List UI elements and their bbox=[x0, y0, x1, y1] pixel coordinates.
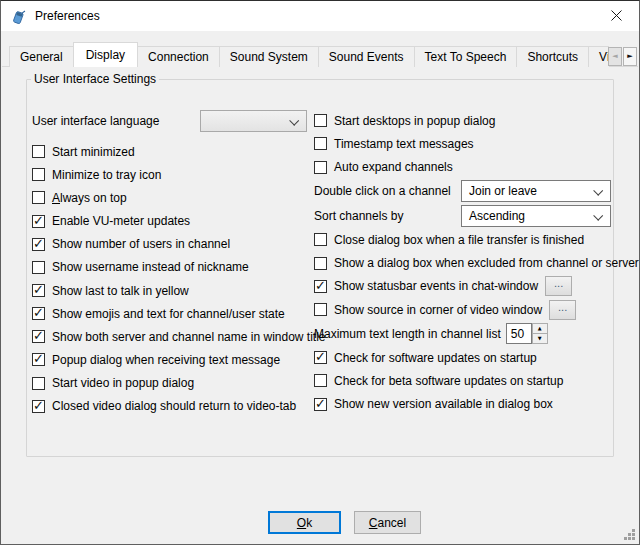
spin-down-button[interactable]: ▼ bbox=[532, 333, 548, 344]
combo-label: Double click on a channel bbox=[314, 184, 461, 198]
checkbox-row-closed-video-dialog-should-return-to-video-tab[interactable]: ✓Closed video dialog should return to vi… bbox=[32, 395, 313, 418]
checkbox-label: Closed video dialog should return to vid… bbox=[52, 399, 296, 413]
checkbox-label: Always on top bbox=[52, 191, 127, 205]
resize-grip[interactable] bbox=[623, 528, 636, 541]
checkbox[interactable]: ✓ bbox=[32, 215, 45, 228]
checkbox-row-show-both-server-and-channel-name-in-window-title[interactable]: ✓Show both server and channel name in wi… bbox=[32, 325, 313, 348]
close-icon bbox=[611, 10, 622, 21]
checkbox-label: Show last to talk in yellow bbox=[52, 284, 189, 298]
checkbox-row-enable-vu-meter-updates[interactable]: ✓Enable VU-meter updates bbox=[32, 209, 313, 232]
checkbox[interactable]: ✓ bbox=[314, 280, 327, 293]
checkbox[interactable]: ✓ bbox=[32, 238, 45, 251]
ok-button[interactable]: Ok bbox=[268, 511, 341, 534]
check-icon: ✓ bbox=[33, 283, 44, 296]
checkbox-row-show-source-in-corner-of-video-window[interactable]: Show source in corner of video window... bbox=[314, 298, 607, 321]
checkbox[interactable]: ✓ bbox=[314, 398, 327, 411]
tab-scroll-left-button[interactable]: ◄ bbox=[608, 47, 622, 66]
double-click-on-a-channel-combobox[interactable]: Join or leave bbox=[461, 180, 611, 202]
checkbox[interactable] bbox=[32, 377, 45, 390]
checkbox-row-check-for-beta-software-updates-on-startup[interactable]: Check for beta software updates on start… bbox=[314, 369, 607, 392]
tab-connection[interactable]: Connection bbox=[137, 46, 220, 67]
checkbox-row-start-video-in-popup-dialog[interactable]: Start video in popup dialog bbox=[32, 372, 313, 395]
tab-text-to-speech[interactable]: Text To Speech bbox=[414, 46, 518, 67]
check-icon: ✓ bbox=[315, 350, 326, 363]
tab-sound-events[interactable]: Sound Events bbox=[318, 46, 415, 67]
checkbox[interactable]: ✓ bbox=[32, 330, 45, 343]
checkbox[interactable]: ✓ bbox=[314, 351, 327, 364]
checkbox-row-show-emojis-and-text-for-channel-user-state[interactable]: ✓Show emojis and text for channel/user s… bbox=[32, 302, 313, 325]
tab-shortcuts[interactable]: Shortcuts bbox=[516, 46, 589, 67]
checkbox-label: Check for beta software updates on start… bbox=[334, 374, 563, 388]
ellipsis-button[interactable]: ... bbox=[549, 300, 576, 320]
checkbox-label: Start desktops in popup dialog bbox=[334, 114, 495, 128]
language-row: User interface language bbox=[32, 110, 313, 132]
spinbox-value: 50 bbox=[511, 327, 524, 341]
teamtalk-app-icon bbox=[10, 8, 27, 25]
checkbox-label: Close dialog box when a file transfer is… bbox=[334, 233, 584, 247]
checkbox-label: Check for software updates on startup bbox=[334, 351, 537, 365]
checkbox-row-always-on-top[interactable]: Always on top bbox=[32, 186, 313, 209]
spin-row-maximum-text-length-in-channel-list: Maximum text length in channel list50▲▼ bbox=[314, 321, 607, 346]
combo-row-double-click-on-a-channel: Double click on a channelJoin or leave bbox=[314, 179, 607, 204]
checkbox-row-start-desktops-in-popup-dialog[interactable]: Start desktops in popup dialog bbox=[314, 109, 607, 132]
checkbox-row-check-for-software-updates-on-startup[interactable]: ✓Check for software updates on startup bbox=[314, 346, 607, 369]
checkbox[interactable]: ✓ bbox=[32, 400, 45, 413]
checkbox-row-timestamp-text-messages[interactable]: Timestamp text messages bbox=[314, 132, 607, 155]
checkbox[interactable] bbox=[314, 137, 327, 150]
checkbox-row-show-statusbar-events-in-chat-window[interactable]: ✓Show statusbar events in chat-window... bbox=[314, 275, 607, 298]
checkbox[interactable]: ✓ bbox=[32, 284, 45, 297]
checkbox-row-show-number-of-users-in-channel[interactable]: ✓Show number of users in channel bbox=[32, 233, 313, 256]
checkbox[interactable] bbox=[314, 257, 327, 270]
checkbox-row-popup-dialog-when-receiving-text-message[interactable]: ✓Popup dialog when receiving text messag… bbox=[32, 348, 313, 371]
right-arrow-icon: ► bbox=[627, 53, 632, 60]
checkbox[interactable] bbox=[314, 114, 327, 127]
tab-sound-system[interactable]: Sound System bbox=[219, 46, 319, 67]
sort-channels-by-combobox[interactable]: Ascending bbox=[461, 205, 611, 227]
combobox-value: Ascending bbox=[469, 209, 525, 223]
checkbox[interactable]: ✓ bbox=[32, 353, 45, 366]
checkbox[interactable] bbox=[314, 374, 327, 387]
ellipsis-button[interactable]: ... bbox=[545, 276, 572, 296]
checkbox[interactable] bbox=[32, 191, 45, 204]
checkbox-row-show-last-to-talk-in-yellow[interactable]: ✓Show last to talk in yellow bbox=[32, 279, 313, 302]
window-title: Preferences bbox=[35, 9, 100, 23]
tab-general[interactable]: General bbox=[9, 46, 74, 67]
titlebar: Preferences bbox=[1, 1, 639, 31]
spinbox-arrows: ▲▼ bbox=[532, 323, 548, 344]
combobox-value: Join or leave bbox=[469, 184, 537, 198]
tab-scroll-right-button[interactable]: ► bbox=[623, 47, 637, 66]
checkbox-label: Show number of users in channel bbox=[52, 237, 230, 251]
left-arrow-icon: ◄ bbox=[612, 53, 617, 60]
tab-video[interactable]: Video bbox=[588, 46, 609, 67]
checkbox[interactable] bbox=[32, 145, 45, 158]
checkbox[interactable] bbox=[32, 168, 45, 181]
groupbox-title: User Interface Settings bbox=[31, 72, 159, 86]
tab-label: Display bbox=[86, 48, 125, 62]
left-checkbox-list: Start minimizedMinimize to tray iconAlwa… bbox=[32, 140, 313, 418]
checkbox-row-show-new-version-available-in-dialog-box[interactable]: ✓Show new version available in dialog bo… bbox=[314, 392, 607, 415]
check-icon: ✓ bbox=[315, 397, 326, 410]
checkbox[interactable] bbox=[314, 161, 327, 174]
close-button[interactable] bbox=[594, 1, 639, 30]
checkbox-row-minimize-to-tray-icon[interactable]: Minimize to tray icon bbox=[32, 163, 313, 186]
check-icon: ✓ bbox=[33, 306, 44, 319]
checkbox-label: Show username instead of nickname bbox=[52, 260, 249, 274]
checkbox-row-show-username-instead-of-nickname[interactable]: Show username instead of nickname bbox=[32, 256, 313, 279]
checkbox[interactable]: ✓ bbox=[32, 307, 45, 320]
cancel-button[interactable]: Cancel bbox=[354, 511, 421, 534]
checkbox-label: Auto expand channels bbox=[334, 160, 453, 174]
checkbox-row-close-dialog-box-when-a-file-transfer-is-finished[interactable]: Close dialog box when a file transfer is… bbox=[314, 228, 607, 251]
language-combobox[interactable] bbox=[200, 110, 307, 132]
spinbox-value-field[interactable]: 50 bbox=[506, 323, 532, 344]
checkbox[interactable] bbox=[314, 233, 327, 246]
checkbox-row-auto-expand-channels[interactable]: Auto expand channels bbox=[314, 156, 607, 179]
chevron-down-icon bbox=[289, 116, 299, 126]
checkbox[interactable] bbox=[314, 303, 327, 316]
combo-row-sort-channels-by: Sort channels byAscending bbox=[314, 203, 607, 228]
checkbox[interactable] bbox=[32, 261, 45, 274]
chevron-down-icon bbox=[593, 211, 603, 221]
checkbox-row-start-minimized[interactable]: Start minimized bbox=[32, 140, 313, 163]
tab-display[interactable]: Display bbox=[73, 42, 138, 67]
checkbox-row-show-a-dialog-box-when-excluded-from-channel-or-server[interactable]: Show a dialog box when excluded from cha… bbox=[314, 251, 607, 274]
checkbox-label: Show a dialog box when excluded from cha… bbox=[334, 256, 639, 270]
